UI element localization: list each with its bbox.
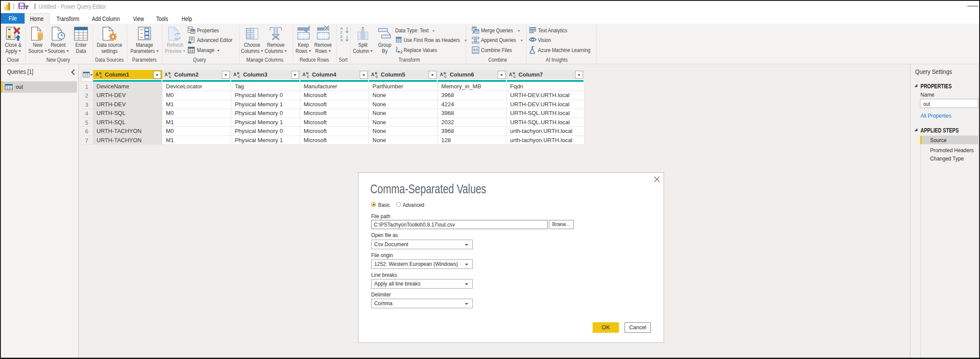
- svg-text:2: 2: [400, 49, 403, 54]
- svg-text:A: A: [302, 72, 306, 77]
- svg-text:C: C: [513, 75, 516, 78]
- svg-text:A: A: [233, 72, 236, 77]
- svg-text:A: A: [440, 72, 443, 77]
- svg-text:A: A: [509, 72, 512, 77]
- svg-text:C: C: [444, 75, 447, 78]
- svg-text:C: C: [100, 75, 102, 78]
- svg-text:C: C: [169, 75, 172, 78]
- svg-text:C: C: [238, 75, 240, 78]
- svg-text:A: A: [165, 72, 168, 77]
- svg-text:C: C: [307, 75, 309, 78]
- svg-text:1: 1: [396, 45, 398, 50]
- svg-text:C: C: [376, 75, 378, 78]
- svg-text:A: A: [95, 72, 98, 77]
- svg-text:A: A: [371, 72, 374, 77]
